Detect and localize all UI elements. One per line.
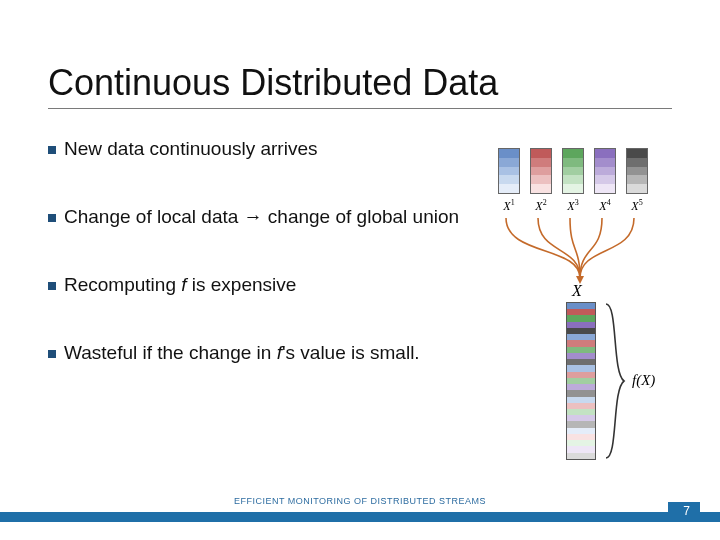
source-label: X3 — [562, 198, 584, 214]
fx-label: f(X) — [632, 372, 655, 389]
bullet-item: New data continuously arrives — [48, 138, 478, 160]
footer-caption: EFFICIENT MONITORING OF DISTRIBUTED STRE… — [0, 496, 720, 506]
page-number: 7 — [683, 504, 690, 518]
source-label: X5 — [626, 198, 648, 214]
union-stack — [566, 302, 596, 460]
source-stack — [626, 148, 648, 194]
source-stack — [530, 148, 552, 194]
brace-icon — [602, 302, 630, 460]
bullet-icon — [48, 350, 56, 358]
bullet-list: New data continuously arrives Change of … — [48, 138, 478, 410]
footer: EFFICIENT MONITORING OF DISTRIBUTED STRE… — [0, 484, 720, 540]
bullet-icon — [48, 146, 56, 154]
source-stack — [498, 148, 520, 194]
bullet-item: Change of local data → change of global … — [48, 206, 478, 228]
footer-bar — [0, 512, 720, 522]
bullet-icon — [48, 282, 56, 290]
bullet-item: Recomputing f is expensive — [48, 274, 478, 296]
bullet-text: Change of local data → change of global … — [64, 206, 459, 228]
bullet-icon — [48, 214, 56, 222]
bullet-text: New data continuously arrives — [64, 138, 317, 160]
merge-curves-icon — [494, 216, 674, 286]
diagram: X1X2X3X4X5 X f(X) — [498, 148, 708, 458]
bullet-text: Recomputing f is expensive — [64, 274, 296, 296]
source-stacks — [498, 148, 648, 194]
slide: Continuous Distributed Data New data con… — [0, 0, 720, 540]
bullet-item: Wasteful if the change in f's value is s… — [48, 342, 478, 364]
source-label: X4 — [594, 198, 616, 214]
union-label: X — [572, 282, 582, 300]
slide-title: Continuous Distributed Data — [48, 62, 672, 109]
bullet-text: Wasteful if the change in f's value is s… — [64, 342, 420, 364]
source-label: X2 — [530, 198, 552, 214]
source-labels: X1X2X3X4X5 — [498, 198, 648, 214]
union-stack-wrap — [566, 302, 596, 460]
source-label: X1 — [498, 198, 520, 214]
source-stack — [594, 148, 616, 194]
source-stack — [562, 148, 584, 194]
